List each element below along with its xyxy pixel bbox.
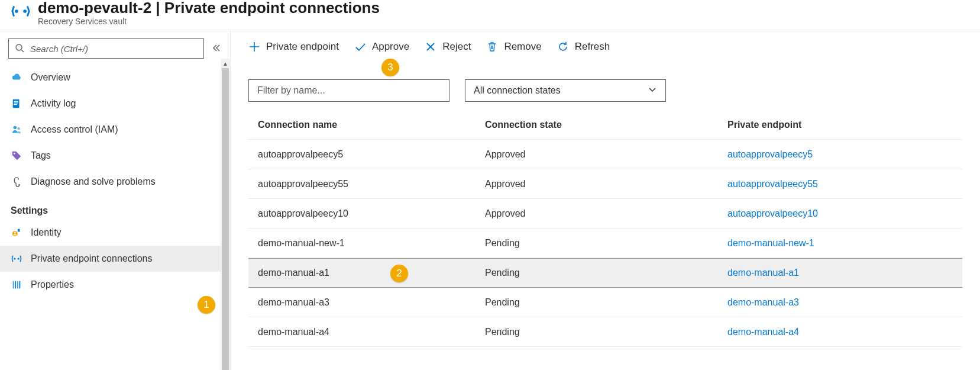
trash-icon — [486, 41, 498, 53]
svg-point-8 — [14, 126, 17, 129]
annotation-badge-3: 3 — [381, 59, 399, 76]
dropdown-value: All connection states — [474, 85, 561, 96]
svg-point-14 — [14, 258, 15, 259]
sidebar-item-tags[interactable]: Tags — [0, 143, 230, 169]
private-endpoint-icon — [11, 1, 31, 21]
reject-button[interactable]: Reject — [425, 41, 471, 53]
col-header-name[interactable]: Connection name — [248, 120, 485, 130]
sidebar-search[interactable] — [8, 38, 204, 59]
sidebar-item-label: Properties — [31, 279, 74, 290]
cell-connection-state: Pending — [485, 238, 727, 249]
toolbar-label: Approve — [372, 41, 409, 53]
table-row[interactable]: demo-manual-a3 Pending demo-manual-a3 — [248, 288, 962, 317]
filter-state-dropdown[interactable]: All connection states — [465, 79, 666, 102]
svg-rect-4 — [13, 99, 20, 108]
sidebar-item-properties[interactable]: Properties — [0, 272, 230, 298]
collapse-sidebar-button[interactable] — [210, 44, 223, 54]
annotation-badge-2: 2 — [390, 265, 408, 282]
sidebar-item-label: Tags — [31, 150, 51, 161]
sidebar: Overview Activity log Access control (IA… — [0, 30, 231, 370]
pe-icon — [11, 253, 22, 265]
plus-icon — [248, 41, 260, 53]
toolbar-label: Refresh — [575, 41, 610, 53]
content: Private endpoint Approve 3 Reject Remove… — [231, 30, 980, 370]
refresh-button[interactable]: Refresh — [557, 41, 610, 53]
private-endpoint-link[interactable]: demo-manual-new-1 — [727, 238, 814, 248]
toolbar: Private endpoint Approve 3 Reject Remove… — [231, 30, 980, 64]
svg-rect-16 — [13, 281, 14, 289]
col-header-state[interactable]: Connection state — [485, 120, 727, 130]
table-row[interactable]: demo-manual-a4 Pending demo-manual-a4 — [248, 317, 962, 347]
svg-rect-18 — [17, 281, 18, 289]
svg-rect-7 — [14, 104, 17, 105]
sidebar-item-identity[interactable]: Identity — [0, 220, 230, 246]
remove-button[interactable]: Remove — [486, 41, 541, 53]
toolbar-label: Remove — [504, 41, 541, 53]
add-private-endpoint-button[interactable]: Private endpoint — [248, 41, 339, 53]
svg-rect-6 — [14, 102, 18, 103]
svg-point-13 — [14, 231, 16, 233]
cell-connection-name: demo-manual-new-1 — [248, 238, 485, 249]
search-icon — [15, 43, 24, 54]
svg-point-2 — [16, 44, 22, 50]
cloud-icon — [11, 72, 22, 83]
sidebar-section-settings: Settings — [0, 195, 230, 220]
table-row[interactable]: demo-manual-a12 Pending demo-manual-a1 — [248, 258, 962, 288]
sidebar-search-input[interactable] — [30, 44, 198, 54]
table-row[interactable]: autoapprovalpeecy5 Approved autoapproval… — [248, 140, 962, 169]
private-endpoint-link[interactable]: demo-manual-a4 — [727, 327, 799, 337]
private-endpoint-link[interactable]: demo-manual-a1 — [727, 268, 799, 278]
svg-rect-19 — [20, 281, 21, 289]
private-endpoint-link[interactable]: autoapprovalpeecy55 — [727, 179, 818, 189]
col-header-pe[interactable]: Private endpoint — [727, 120, 962, 130]
sidebar-item-label: Overview — [31, 72, 70, 83]
sidebar-item-diagnose-and-solve-problems[interactable]: Diagnose and solve problems — [0, 169, 230, 195]
annotation-badge-1: 1 — [198, 296, 215, 314]
table-row[interactable]: autoapprovalpeecy55 Approved autoapprova… — [248, 169, 962, 199]
svg-point-15 — [18, 258, 20, 259]
iam-icon — [11, 124, 22, 136]
private-endpoint-link[interactable]: autoapprovalpeecy5 — [727, 149, 813, 159]
filter-name-input[interactable] — [248, 79, 449, 102]
sidebar-item-label: Identity — [31, 227, 62, 238]
refresh-icon — [557, 41, 569, 53]
cell-connection-state: Approved — [485, 208, 727, 219]
sidebar-item-activity-log[interactable]: Activity log — [0, 91, 230, 117]
svg-point-0 — [15, 9, 18, 13]
cell-connection-name: autoapprovalpeecy10 — [248, 208, 485, 219]
table-row[interactable]: autoapprovalpeecy10 Approved autoapprova… — [248, 199, 962, 229]
table-header: Connection name Connection state Private… — [248, 110, 962, 140]
cell-connection-name: demo-manual-a12 — [248, 268, 485, 278]
cell-connection-name: autoapprovalpeecy55 — [248, 179, 485, 189]
sidebar-item-label: Diagnose and solve problems — [31, 176, 156, 187]
sidebar-scrollbar[interactable]: ▲ — [221, 59, 230, 370]
page-subtitle: Recovery Services vault — [38, 17, 380, 26]
page-title: demo-pevault-2 | Private endpoint connec… — [38, 0, 380, 15]
identity-icon — [11, 227, 22, 239]
svg-rect-5 — [14, 101, 18, 102]
sidebar-item-access-control-iam-[interactable]: Access control (IAM) — [0, 117, 230, 143]
sidebar-item-overview[interactable]: Overview — [0, 65, 230, 91]
chevron-down-icon — [648, 85, 657, 96]
approve-button[interactable]: Approve 3 — [354, 41, 409, 53]
private-endpoint-link[interactable]: autoapprovalpeecy10 — [727, 208, 818, 218]
svg-point-11 — [18, 184, 20, 186]
svg-point-9 — [17, 127, 20, 130]
cell-connection-state: Approved — [485, 179, 727, 189]
page-header: demo-pevault-2 | Private endpoint connec… — [0, 0, 980, 30]
tag-icon — [11, 150, 22, 162]
svg-line-3 — [21, 50, 24, 52]
cell-connection-state: Pending — [485, 268, 727, 278]
sidebar-item-private-endpoint-connections[interactable]: Private endpoint connections — [0, 246, 230, 272]
svg-rect-17 — [15, 281, 16, 289]
log-icon — [11, 98, 22, 110]
check-icon — [354, 41, 366, 53]
cell-connection-state: Approved — [485, 149, 727, 160]
svg-point-1 — [23, 9, 27, 13]
cell-connection-name: demo-manual-a3 — [248, 297, 485, 308]
sidebar-item-label: Activity log — [31, 98, 76, 109]
cell-connection-state: Pending — [485, 297, 727, 308]
table-row[interactable]: demo-manual-new-1 Pending demo-manual-ne… — [248, 229, 962, 258]
svg-point-10 — [14, 153, 15, 155]
private-endpoint-link[interactable]: demo-manual-a3 — [727, 297, 799, 307]
